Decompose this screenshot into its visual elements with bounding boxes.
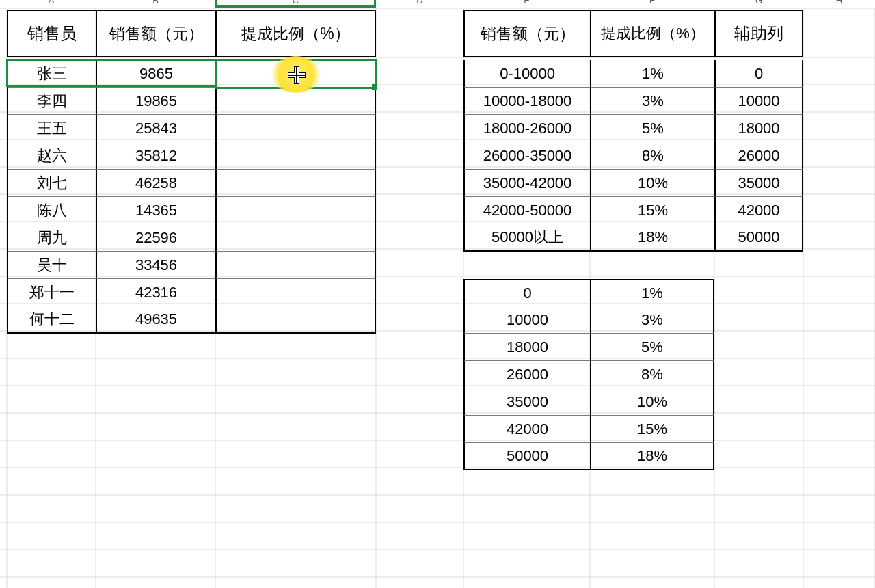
hdr-salesperson[interactable]: 销售员 <box>7 10 96 57</box>
table-row-rate[interactable] <box>215 142 376 170</box>
table-row-rate[interactable] <box>215 88 376 115</box>
table-row-rate[interactable] <box>215 279 376 306</box>
table-row-sales[interactable]: 35812 <box>96 142 215 170</box>
col-header-B[interactable]: B <box>96 0 215 8</box>
table-row-sales[interactable]: 49635 <box>96 306 215 334</box>
rate-row-rate[interactable]: 8% <box>590 142 714 170</box>
rate-row-rate[interactable]: 3% <box>590 88 714 115</box>
table-row-name[interactable]: 吴十 <box>7 252 96 279</box>
col-header-H[interactable]: H <box>803 0 875 8</box>
lookup-row-rate[interactable]: 18% <box>590 443 714 470</box>
lookup-row-value[interactable]: 26000 <box>463 361 590 388</box>
rate-row-aux[interactable]: 10000 <box>714 88 803 115</box>
table-row-rate[interactable] <box>215 224 376 252</box>
col-header-G[interactable]: G <box>714 0 803 8</box>
lookup-row-value[interactable]: 50000 <box>463 443 590 470</box>
rate-row-aux[interactable]: 18000 <box>714 115 803 142</box>
rate-row-range[interactable]: 10000-18000 <box>463 88 590 115</box>
rate-row-range[interactable]: 0-10000 <box>463 60 590 88</box>
lookup-row-value[interactable]: 18000 <box>463 334 590 361</box>
lookup-row-rate[interactable]: 3% <box>590 306 714 334</box>
spreadsheet-grid[interactable]: A B C D E F G H 销售员 销售额（元） 提成比例（%） 张三986… <box>0 0 875 588</box>
table-row-name[interactable]: 赵六 <box>7 142 96 170</box>
hdr-aux[interactable]: 辅助列 <box>714 10 803 57</box>
table-row-rate[interactable] <box>215 197 376 224</box>
table-row-rate[interactable] <box>215 60 376 88</box>
hdr-sales-amount[interactable]: 销售额（元） <box>96 10 215 57</box>
rate-row-aux[interactable]: 42000 <box>714 197 803 224</box>
table-row-name[interactable]: 王五 <box>7 115 96 142</box>
col-header-active-highlight <box>215 0 376 8</box>
table-row-sales[interactable]: 25843 <box>96 115 215 142</box>
table-row-name[interactable]: 周九 <box>7 224 96 252</box>
rate-row-rate[interactable]: 15% <box>590 197 714 224</box>
lookup-row-value[interactable]: 0 <box>463 279 590 306</box>
rate-row-range[interactable]: 42000-50000 <box>463 197 590 224</box>
table-row-rate[interactable] <box>215 306 376 334</box>
col-header-D[interactable]: D <box>376 0 463 8</box>
rate-row-range[interactable]: 26000-35000 <box>463 142 590 170</box>
table-row-name[interactable]: 何十二 <box>7 306 96 334</box>
table-row-rate[interactable] <box>215 252 376 279</box>
rate-row-aux[interactable]: 0 <box>714 60 803 88</box>
rate-row-rate[interactable]: 18% <box>590 224 714 252</box>
rate-row-rate[interactable]: 5% <box>590 115 714 142</box>
rate-row-aux[interactable]: 50000 <box>714 224 803 252</box>
table-row-sales[interactable]: 9865 <box>96 60 215 88</box>
table-row-name[interactable]: 陈八 <box>7 197 96 224</box>
table-row-sales[interactable]: 19865 <box>96 88 215 115</box>
lookup-row-rate[interactable]: 1% <box>590 279 714 306</box>
table-row-name[interactable]: 刘七 <box>7 170 96 197</box>
hdr-commission-rate[interactable]: 提成比例（%） <box>215 10 376 57</box>
col-header-A[interactable]: A <box>7 0 96 8</box>
lookup-row-rate[interactable]: 10% <box>590 388 714 416</box>
rate-row-range[interactable]: 35000-42000 <box>463 170 590 197</box>
table-row-name[interactable]: 郑十一 <box>7 279 96 306</box>
hdr-rate[interactable]: 提成比例（%） <box>590 10 714 57</box>
hdr-range[interactable]: 销售额（元） <box>463 10 590 57</box>
lookup-row-rate[interactable]: 15% <box>590 416 714 443</box>
col-header-F[interactable]: F <box>590 0 714 8</box>
table-row-sales[interactable]: 33456 <box>96 252 215 279</box>
lookup-row-value[interactable]: 10000 <box>463 306 590 334</box>
rate-row-rate[interactable]: 1% <box>590 60 714 88</box>
lookup-row-value[interactable]: 35000 <box>463 388 590 416</box>
rate-row-rate[interactable]: 10% <box>590 170 714 197</box>
rate-row-aux[interactable]: 35000 <box>714 170 803 197</box>
table-row-sales[interactable]: 22596 <box>96 224 215 252</box>
table-row-name[interactable]: 李四 <box>7 88 96 115</box>
table-row-sales[interactable]: 46258 <box>96 170 215 197</box>
rate-row-aux[interactable]: 26000 <box>714 142 803 170</box>
lookup-row-rate[interactable]: 8% <box>590 361 714 388</box>
table-row-sales[interactable]: 14365 <box>96 197 215 224</box>
rate-row-range[interactable]: 50000以上 <box>463 224 590 252</box>
rate-row-range[interactable]: 18000-26000 <box>463 115 590 142</box>
col-header-E[interactable]: E <box>463 0 590 8</box>
lookup-row-value[interactable]: 42000 <box>463 416 590 443</box>
table-row-rate[interactable] <box>215 170 376 197</box>
lookup-row-rate[interactable]: 5% <box>590 334 714 361</box>
table-row-name[interactable]: 张三 <box>7 60 96 88</box>
table-row-sales[interactable]: 42316 <box>96 279 215 306</box>
table-row-rate[interactable] <box>215 115 376 142</box>
